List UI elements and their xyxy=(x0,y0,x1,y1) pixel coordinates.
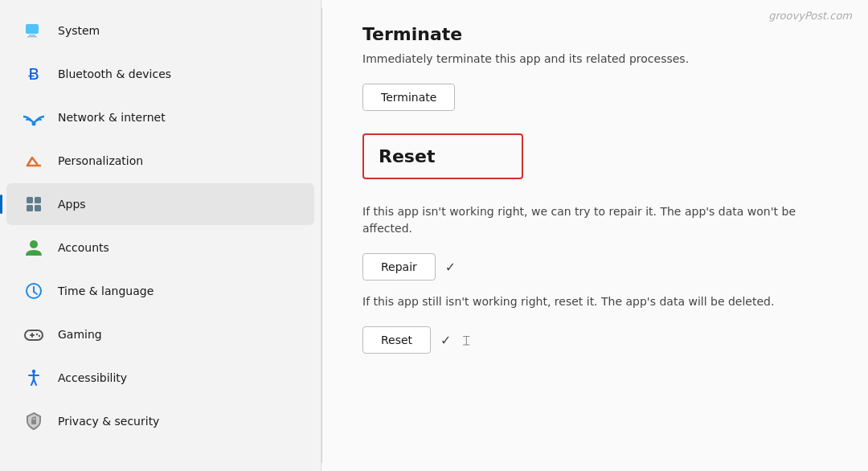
sidebar-item-bluetooth-label: Bluetooth & devices xyxy=(58,68,171,80)
svg-point-18 xyxy=(32,370,35,373)
svg-point-3 xyxy=(32,122,36,126)
network-icon xyxy=(23,106,45,129)
apps-icon xyxy=(23,193,45,215)
svg-point-16 xyxy=(36,334,38,335)
reset-section-box: Reset xyxy=(362,133,523,179)
time-icon xyxy=(23,280,45,302)
cursor-indicator: ⌶ xyxy=(463,334,469,346)
sidebar-item-time[interactable]: Time & language xyxy=(6,270,314,312)
sidebar-item-apps-label: Apps xyxy=(58,198,86,211)
sidebar-item-system[interactable]: System xyxy=(6,10,314,51)
personalization-icon xyxy=(23,149,45,172)
sidebar-item-gaming[interactable]: Gaming xyxy=(6,313,314,355)
sidebar-item-accessibility[interactable]: Accessibility xyxy=(6,357,314,399)
bluetooth-icon: Ƀ xyxy=(23,63,45,85)
svg-rect-5 xyxy=(27,197,33,203)
svg-line-22 xyxy=(34,379,36,385)
svg-rect-8 xyxy=(35,205,41,211)
reset-button[interactable]: Reset xyxy=(362,326,431,354)
svg-rect-0 xyxy=(26,24,39,34)
sidebar-item-apps[interactable]: Apps xyxy=(6,183,314,225)
reset-title: Reset xyxy=(379,146,507,166)
terminate-title: Terminate xyxy=(362,24,828,44)
repair-checkmark: ✓ xyxy=(445,260,456,275)
sidebar-item-accounts-label: Accounts xyxy=(58,241,109,254)
svg-rect-2 xyxy=(27,36,37,38)
sidebar-item-accessibility-label: Accessibility xyxy=(58,371,127,384)
sidebar-item-time-label: Time & language xyxy=(58,285,154,297)
svg-point-9 xyxy=(30,240,38,248)
reset-row: Reset ✓ ⌶ xyxy=(362,326,828,354)
sidebar-item-privacy-label: Privacy & security xyxy=(58,415,159,428)
terminate-section: Terminate Immediately terminate this app… xyxy=(362,24,828,111)
privacy-icon xyxy=(23,410,45,432)
terminate-description: Immediately terminate this app and its r… xyxy=(362,51,828,68)
accessibility-icon xyxy=(23,367,45,389)
sidebar-item-system-label: System xyxy=(58,24,100,37)
svg-line-12 xyxy=(34,292,37,294)
svg-rect-1 xyxy=(29,35,35,36)
sidebar-item-accounts[interactable]: Accounts xyxy=(6,227,314,268)
repair-button[interactable]: Repair xyxy=(362,253,436,281)
reset-description: If this app still isn't working right, r… xyxy=(362,293,828,310)
sidebar-item-gaming-label: Gaming xyxy=(58,328,102,341)
sidebar-item-network[interactable]: Network & internet xyxy=(6,96,314,138)
terminate-button[interactable]: Terminate xyxy=(362,84,455,111)
accounts-icon xyxy=(23,236,45,259)
main-content: groovyPost.com Terminate Immediately ter… xyxy=(322,0,868,471)
gaming-icon xyxy=(23,323,45,346)
svg-rect-6 xyxy=(35,197,41,203)
sidebar-item-personalization[interactable]: Personalization xyxy=(6,140,314,182)
watermark: groovyPost.com xyxy=(768,10,852,22)
sidebar-item-personalization-label: Personalization xyxy=(58,154,143,167)
svg-rect-7 xyxy=(27,205,33,211)
sidebar: System Ƀ Bluetooth & devices Network & i… xyxy=(0,0,321,471)
repair-description: If this app isn't working right, we can … xyxy=(362,203,828,237)
reset-checkmark: ✓ xyxy=(440,333,451,348)
sidebar-item-network-label: Network & internet xyxy=(58,111,166,124)
repair-row: Repair ✓ xyxy=(362,253,828,281)
svg-point-17 xyxy=(39,335,40,337)
sidebar-item-bluetooth[interactable]: Ƀ Bluetooth & devices xyxy=(6,53,314,95)
system-icon xyxy=(23,19,45,42)
reset-outer: Reset If this app isn't working right, w… xyxy=(362,133,828,354)
svg-rect-23 xyxy=(31,420,36,424)
sidebar-item-privacy[interactable]: Privacy & security xyxy=(6,400,314,442)
